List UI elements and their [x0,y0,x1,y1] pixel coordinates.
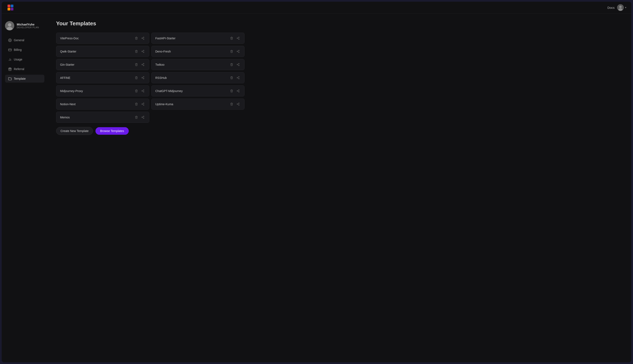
delete-template-button[interactable] [229,36,234,40]
template-item[interactable]: Memos [56,112,149,123]
docs-link[interactable]: Docs [607,6,614,10]
svg-line-58 [142,90,143,90]
svg-line-27 [142,52,143,52]
svg-point-1 [619,6,622,8]
template-item[interactable]: RSSHub [151,72,245,83]
template-item[interactable]: Notion-Next [56,98,149,110]
share-template-button[interactable] [236,36,241,40]
svg-point-65 [142,104,143,104]
template-actions [134,49,145,54]
template-name: Qwik-Starter [60,50,76,53]
svg-line-72 [238,104,238,104]
share-template-button[interactable] [141,62,145,67]
svg-point-44 [143,76,144,77]
buttons-row: Create New Template Browse Templates [56,127,245,135]
svg-point-56 [143,92,144,92]
template-item[interactable]: Uptime-Kuma [151,98,245,110]
logo-sq-purple [11,8,14,10]
share-template-button[interactable] [236,102,241,106]
share-template-button[interactable] [141,88,145,93]
user-info: MichaelYuhe DEVELOPER Plan [17,23,39,29]
svg-point-41 [238,65,239,66]
delete-template-button[interactable] [229,75,234,80]
chart-icon [8,58,12,61]
share-template-button[interactable] [236,49,241,54]
browse-templates-button[interactable]: Browse Templates [96,127,129,135]
sidebar-item-billing[interactable]: Billing [5,46,44,54]
delete-template-button[interactable] [134,49,139,54]
avatar [5,21,14,30]
svg-point-75 [142,117,143,118]
sidebar-item-label-billing: Billing [14,48,22,52]
delete-template-button[interactable] [134,102,139,106]
logo [7,4,14,11]
template-item[interactable]: Qwik-Starter [56,46,149,57]
template-name: Midjourney-Proxy [60,89,83,93]
template-item[interactable]: Gin-Starter [56,59,149,70]
svg-line-62 [238,91,238,92]
svg-line-67 [142,104,143,104]
logo-squares [8,4,14,10]
delete-template-button[interactable] [229,102,234,106]
svg-point-69 [238,103,239,104]
delete-template-button[interactable] [229,62,234,67]
delete-template-button[interactable] [134,75,139,80]
svg-point-50 [237,78,238,78]
template-item[interactable]: Twikoo [151,59,245,70]
svg-point-40 [237,64,238,65]
template-item[interactable]: AFFiNE [56,72,149,83]
delete-template-button[interactable] [229,88,234,93]
share-template-button[interactable] [141,102,145,106]
template-actions [229,62,241,67]
sidebar-item-referral[interactable]: Referral [5,65,44,73]
sidebar-item-usage[interactable]: Usage [5,56,44,64]
delete-template-button[interactable] [134,115,139,120]
create-new-template-button[interactable]: Create New Template [56,127,93,135]
template-item[interactable]: FastAPI-Starter [151,33,245,44]
template-name: AFFiNE [60,76,70,80]
sidebar-item-general[interactable]: General [5,36,44,44]
svg-rect-7 [8,49,11,51]
user-plan: DEVELOPER Plan [17,26,39,29]
share-template-button[interactable] [141,36,145,40]
template-item[interactable]: VitePress-Doc [56,33,149,44]
svg-point-21 [238,39,239,40]
svg-point-20 [237,38,238,39]
share-template-button[interactable] [141,49,145,54]
delete-template-button[interactable] [134,88,139,93]
topbar-right: Docs ▾ [607,4,626,11]
delete-template-button[interactable] [134,36,139,40]
share-template-button[interactable] [141,115,145,120]
gear-icon [8,38,12,42]
svg-line-63 [238,90,238,90]
template-item[interactable]: Deno-Fresh [151,46,245,57]
share-template-button[interactable] [236,75,241,80]
svg-line-68 [142,103,143,104]
svg-point-70 [237,104,238,104]
delete-template-button[interactable] [229,49,234,54]
template-name: FastAPI-Starter [155,36,175,40]
main-layout: MichaelYuhe DEVELOPER Plan General [2,14,631,362]
template-actions [134,88,145,93]
template-item[interactable]: ChatGPT-Midjourney [151,85,245,96]
svg-line-57 [142,91,143,92]
template-actions [134,115,145,120]
templates-grid: VitePress-Doc FastAP [56,33,245,123]
sidebar: MichaelYuhe DEVELOPER Plan General [2,14,48,362]
svg-point-66 [143,104,144,106]
svg-point-30 [237,51,238,52]
user-area[interactable]: ▾ [617,4,626,11]
logo-sq-red [8,4,10,7]
svg-point-76 [143,118,144,118]
share-template-button[interactable] [236,88,241,93]
sidebar-item-label-referral: Referral [14,67,24,71]
share-template-button[interactable] [141,75,145,80]
share-template-button[interactable] [236,62,241,67]
delete-template-button[interactable] [134,62,139,67]
app-wrapper: Docs ▾ [2,2,631,362]
sidebar-item-template[interactable]: Template [5,75,44,83]
logo-sq-blue [11,4,14,7]
template-item[interactable]: Midjourney-Proxy [56,85,149,96]
svg-point-31 [238,52,239,53]
template-actions [229,36,241,40]
